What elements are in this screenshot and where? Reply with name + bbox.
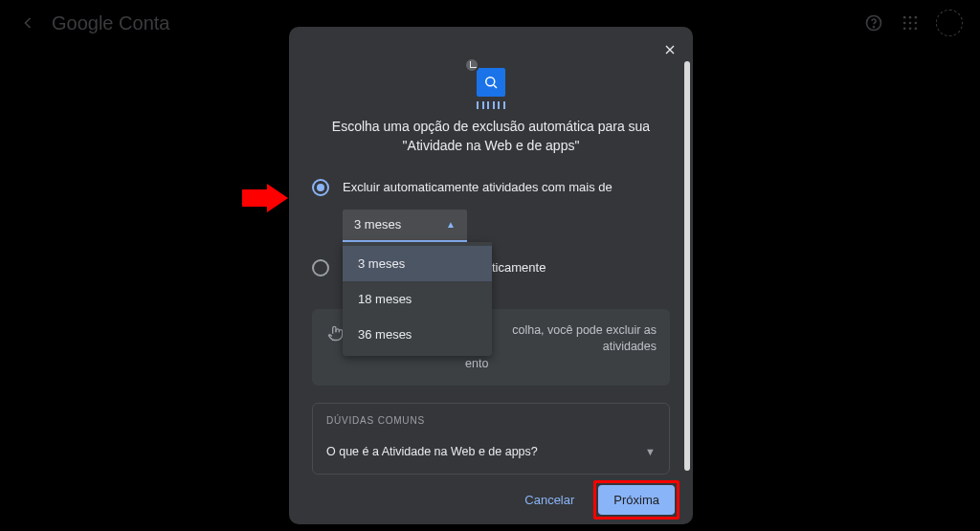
svg-point-5 xyxy=(903,22,906,25)
svg-point-10 xyxy=(915,28,918,31)
faq-heading: DÚVIDAS COMUNS xyxy=(326,415,656,426)
caret-up-icon: ▲ xyxy=(446,219,456,230)
duration-select[interactable]: 3 meses ▲ xyxy=(343,210,467,242)
apps-grid-icon[interactable] xyxy=(900,12,921,33)
page-title: Google Conta xyxy=(52,12,169,34)
svg-point-6 xyxy=(909,22,912,25)
back-arrow-icon[interactable] xyxy=(17,12,38,33)
duration-dropdown: 3 meses 18 meses 36 meses xyxy=(343,242,492,356)
svg-point-4 xyxy=(915,16,918,19)
faq-item-label: O que é a Atividade na Web e de apps? xyxy=(326,445,538,458)
svg-point-9 xyxy=(909,28,912,31)
annotation-highlight: Próxima xyxy=(593,480,679,520)
svg-marker-11 xyxy=(242,184,288,212)
radio-selected[interactable] xyxy=(312,179,329,196)
duration-select-value: 3 meses xyxy=(354,217,401,232)
dropdown-option-36-meses[interactable]: 36 meses xyxy=(343,317,492,352)
next-button[interactable]: Próxima xyxy=(598,485,675,515)
radio-unselected[interactable] xyxy=(312,259,329,277)
annotation-arrow-icon xyxy=(242,184,288,212)
dialog-footer: Cancelar Próxima xyxy=(289,475,693,524)
auto-delete-dialog: Escolha uma opção de exclusão automática… xyxy=(289,27,693,524)
option-do-not-delete-fragment: ticamente xyxy=(492,260,546,275)
dialog-heading: Escolha uma opção de exclusão automática… xyxy=(322,117,660,156)
svg-point-8 xyxy=(903,28,906,31)
svg-point-2 xyxy=(903,16,906,19)
option-auto-delete-label: Excluir automaticamente atividades com m… xyxy=(343,180,612,194)
cancel-button[interactable]: Cancelar xyxy=(513,485,586,515)
svg-point-12 xyxy=(486,77,495,86)
faq-section: DÚVIDAS COMUNS O que é a Atividade na We… xyxy=(312,403,670,475)
dropdown-option-18-meses[interactable]: 18 meses xyxy=(343,281,492,317)
svg-point-7 xyxy=(915,22,918,25)
account-avatar[interactable] xyxy=(936,10,963,36)
chevron-down-icon: ▼ xyxy=(645,446,656,457)
activity-shred-icon xyxy=(470,61,512,103)
dropdown-option-3-meses[interactable]: 3 meses xyxy=(343,246,492,281)
faq-item-what-is[interactable]: O que é a Atividade na Web e de apps? ▼ xyxy=(326,439,656,472)
help-icon[interactable] xyxy=(863,12,884,33)
svg-point-1 xyxy=(874,27,875,28)
option-auto-delete[interactable]: Excluir automaticamente atividades com m… xyxy=(312,175,670,200)
svg-point-3 xyxy=(909,16,912,19)
